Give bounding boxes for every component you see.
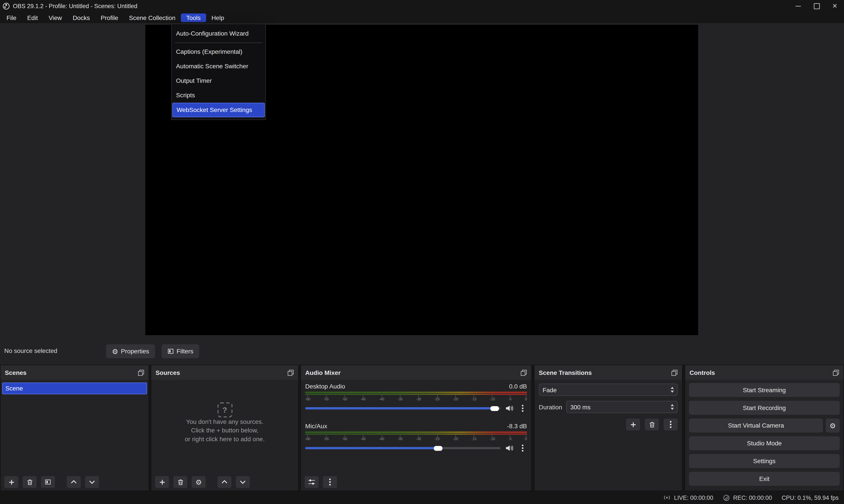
volume-slider[interactable]	[305, 407, 500, 409]
duration-value: 300 ms	[570, 403, 668, 410]
meter-tick: -35	[398, 435, 403, 440]
menu-item-scripts[interactable]: Scripts	[172, 88, 265, 103]
channel-menu-button[interactable]	[518, 403, 527, 413]
live-time: LIVE: 00:00:00	[674, 494, 713, 501]
volume-row	[305, 403, 527, 413]
empty-hint-line: or right click here to add one.	[185, 435, 265, 443]
channel-header: Mic/Aux -8.3 dB	[305, 423, 527, 429]
move-scene-up-button[interactable]	[67, 476, 81, 488]
popout-icon[interactable]	[671, 370, 678, 376]
filters-label: Filters	[176, 348, 193, 355]
menu-view[interactable]: View	[43, 13, 68, 22]
studio-mode-button[interactable]: Studio Mode	[689, 436, 840, 450]
move-scene-down-button[interactable]	[85, 476, 99, 488]
meter-tick: -30	[416, 435, 421, 440]
popout-icon[interactable]	[138, 370, 144, 376]
arrow-down-icon[interactable]	[671, 408, 674, 410]
transition-menu-button[interactable]	[664, 418, 678, 430]
minimize-button[interactable]	[789, 0, 807, 12]
menu-item-automatic-scene-switcher[interactable]: Automatic Scene Switcher	[172, 59, 265, 74]
menu-edit[interactable]: Edit	[22, 13, 43, 22]
obs-window: OBS 29.1.2 - Profile: Untitled - Scenes:…	[0, 0, 844, 504]
arrow-down-icon[interactable]	[671, 391, 674, 393]
menu-docks[interactable]: Docks	[67, 13, 95, 22]
volume-slider-fill	[305, 407, 495, 409]
exit-button[interactable]: Exit	[689, 472, 840, 486]
add-scene-button[interactable]	[4, 476, 18, 488]
duration-label: Duration	[539, 403, 562, 410]
source-properties-button[interactable]	[192, 476, 206, 488]
close-icon	[832, 2, 837, 10]
virtual-camera-config-button[interactable]	[826, 418, 840, 433]
meter-tick: -15	[472, 395, 477, 400]
move-source-up-button[interactable]	[217, 476, 232, 488]
move-source-down-button[interactable]	[236, 476, 250, 488]
menu-tools[interactable]: Tools	[181, 13, 206, 22]
mute-button[interactable]	[505, 405, 513, 412]
channel-name: Mic/Aux	[305, 423, 327, 429]
meter-tick: -55	[324, 395, 329, 400]
start-recording-button[interactable]: Start Recording	[689, 401, 840, 415]
meter-tick: 0	[525, 395, 527, 400]
sources-panel: Sources You don't have any sources. Clic…	[151, 365, 299, 491]
remove-scene-button[interactable]	[23, 476, 37, 488]
chevron-up-icon	[221, 480, 228, 484]
sources-header: Sources	[151, 365, 298, 380]
menu-file[interactable]: File	[1, 13, 22, 22]
remove-source-button[interactable]	[173, 476, 188, 488]
mixer-menu-button[interactable]	[323, 476, 337, 488]
menu-help[interactable]: Help	[206, 13, 230, 22]
volume-slider[interactable]	[305, 447, 500, 449]
kebab-icon	[522, 404, 524, 412]
mixer-channel-mic-aux: Mic/Aux -8.3 dB -60-55-50-45-40-35-30-25…	[305, 423, 527, 453]
close-button[interactable]	[826, 0, 844, 12]
channel-header: Desktop Audio 0.0 dB	[305, 383, 527, 389]
volume-slider-handle[interactable]	[434, 446, 442, 450]
duration-row: Duration 300 ms	[539, 401, 678, 413]
channel-level: -8.3 dB	[507, 423, 527, 429]
mute-button[interactable]	[505, 445, 513, 451]
scene-filters-button[interactable]	[41, 476, 55, 488]
add-transition-button[interactable]	[626, 418, 640, 430]
popout-icon[interactable]	[833, 370, 839, 376]
start-streaming-button[interactable]: Start Streaming	[689, 383, 840, 397]
remove-transition-button[interactable]	[645, 418, 659, 430]
filters-button[interactable]: Filters	[161, 344, 199, 358]
maximize-button[interactable]	[807, 0, 826, 12]
menu-profile[interactable]: Profile	[95, 13, 124, 22]
menu-item-output-timer[interactable]: Output Timer	[172, 74, 265, 88]
meter-tick: -20	[453, 395, 458, 400]
combo-arrows	[671, 387, 674, 393]
start-virtual-camera-button[interactable]: Start Virtual Camera	[689, 418, 823, 433]
arrow-up-icon[interactable]	[671, 387, 674, 389]
scenes-toolbar	[0, 473, 148, 491]
arrow-up-icon[interactable]	[671, 404, 674, 406]
meter-tick: -10	[490, 435, 495, 440]
meter-tick: -50	[342, 435, 347, 440]
add-source-button[interactable]	[155, 476, 169, 488]
menu-item-websocket-server-settings[interactable]: WebSocket Server Settings	[172, 103, 265, 117]
settings-button[interactable]: Settings	[689, 454, 840, 468]
popout-icon[interactable]	[521, 370, 527, 376]
virtual-camera-row: Start Virtual Camera	[689, 418, 840, 433]
scenes-title: Scenes	[5, 370, 27, 376]
controls-header: Controls	[685, 365, 843, 380]
rec-time: REC: 00:00:00	[733, 494, 772, 501]
properties-button[interactable]: Properties	[106, 344, 155, 358]
menu-item-captions[interactable]: Captions (Experimental)	[172, 44, 265, 59]
scene-transitions-panel: Scene Transitions Fade Duration 300 ms	[534, 365, 683, 491]
volume-slider-handle[interactable]	[490, 406, 499, 411]
channel-menu-button[interactable]	[518, 443, 527, 453]
filter-icon	[168, 348, 174, 355]
preview-area: No source selected Properties Filters	[0, 23, 844, 364]
empty-hint-line: Click the + button below,	[191, 426, 259, 435]
meter-tick: -50	[342, 395, 347, 400]
transition-select[interactable]: Fade	[539, 384, 678, 396]
duration-spinbox[interactable]: 300 ms	[566, 401, 678, 413]
advanced-audio-button[interactable]	[304, 476, 319, 488]
menu-scene-collection[interactable]: Scene Collection	[124, 13, 181, 22]
popout-icon[interactable]	[287, 370, 294, 376]
menu-item-auto-configuration-wizard[interactable]: Auto-Configuration Wizard	[172, 26, 265, 41]
scene-list-item[interactable]: Scene	[2, 382, 147, 394]
question-mark-icon	[217, 402, 232, 417]
